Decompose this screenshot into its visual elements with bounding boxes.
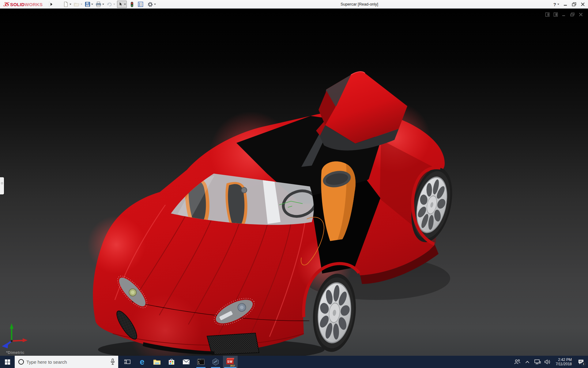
- center-grille[interactable]: [207, 333, 259, 355]
- ds-logo-mark: 3S: [3, 1, 9, 8]
- network-button[interactable]: [534, 356, 541, 368]
- gear-icon: [147, 2, 153, 7]
- undo-button[interactable]: [106, 1, 116, 8]
- triad-y-axis: [10, 323, 13, 329]
- solidworks-2017-icon: SW 2017: [226, 358, 234, 366]
- fender-highlight: [87, 216, 145, 274]
- restore-icon: [572, 2, 576, 6]
- file-explorer-button[interactable]: [149, 356, 164, 368]
- close-button[interactable]: [581, 2, 585, 6]
- ethernet-icon: [534, 359, 541, 365]
- sw-tile-face: SW: [226, 359, 234, 364]
- titlebar: 3S SOLIDWORKS: [0, 0, 588, 9]
- file-properties-button[interactable]: [137, 1, 144, 8]
- select-cursor-icon: [118, 2, 123, 7]
- options-button[interactable]: [147, 1, 156, 8]
- svg-text:C:\: C:\: [198, 359, 201, 361]
- new-dropdown-arrow[interactable]: [70, 4, 71, 5]
- window-title: Supercar [Read-only]: [341, 0, 378, 9]
- notification-badge: 3: [581, 362, 586, 366]
- composer-button[interactable]: [208, 356, 223, 368]
- view-orientation-label: *Dimetric: [6, 350, 24, 355]
- hexagon-app-icon: [212, 358, 219, 366]
- mail-icon: [183, 359, 190, 365]
- minimize-button[interactable]: [564, 2, 567, 6]
- undo-icon: [107, 2, 112, 7]
- undo-dropdown-arrow[interactable]: [113, 4, 115, 5]
- supercar-3d-model[interactable]: [0, 9, 588, 356]
- new-document-button[interactable]: [62, 1, 72, 8]
- graphics-viewport[interactable]: *Dimetric: [0, 9, 588, 356]
- print-button[interactable]: [95, 1, 105, 8]
- triad-x-axis: [23, 338, 28, 342]
- doc-restore-icon[interactable]: [570, 12, 575, 17]
- clock-date: 7/11/2018: [556, 362, 572, 366]
- menu-flyout-button[interactable]: [49, 1, 53, 7]
- chevron-up-icon: [525, 361, 530, 363]
- flyout-arrow-icon: [51, 3, 52, 6]
- command-prompt-icon: C:\: [197, 359, 205, 365]
- minimize-icon: [564, 2, 567, 6]
- windows-taskbar: e: [0, 356, 588, 368]
- save-icon: [85, 2, 90, 7]
- solidworks-taskbar-button[interactable]: SW 2017: [223, 356, 238, 368]
- help-dropdown-arrow[interactable]: [557, 4, 559, 5]
- sw-tile-year: 2017: [230, 365, 235, 367]
- options-dropdown-arrow[interactable]: [154, 4, 156, 5]
- windows-logo-icon: [5, 359, 10, 365]
- gullwing-door[interactable]: [318, 71, 407, 150]
- restore-button[interactable]: [572, 2, 576, 6]
- mail-button[interactable]: [179, 356, 194, 368]
- task-view-button[interactable]: [120, 356, 135, 368]
- tray-overflow-button[interactable]: [524, 356, 531, 368]
- new-document-icon: [63, 2, 69, 7]
- select-dropdown-arrow[interactable]: [124, 4, 126, 5]
- taskbar-clock[interactable]: 2:42 PM 7/11/2018: [554, 358, 574, 366]
- edge-icon: e: [140, 358, 144, 366]
- open-icon: [74, 2, 80, 7]
- traffic-light-icon: [130, 2, 134, 7]
- open-dropdown-arrow[interactable]: [81, 4, 82, 5]
- open-button[interactable]: [73, 1, 83, 8]
- cortana-icon[interactable]: [18, 359, 24, 365]
- store-icon: [168, 358, 175, 365]
- pane-toggle-left-icon[interactable]: [545, 12, 550, 17]
- search-input[interactable]: [26, 356, 107, 368]
- people-button[interactable]: [514, 356, 521, 368]
- print-dropdown-arrow[interactable]: [102, 4, 104, 5]
- file-properties-icon: [138, 2, 143, 7]
- roll-hoop-hole: [241, 187, 247, 193]
- triad-z-axis: [2, 343, 8, 348]
- file-explorer-icon: [153, 359, 161, 365]
- volume-button[interactable]: [544, 356, 551, 368]
- rebuild-button[interactable]: [130, 1, 134, 8]
- close-icon: [581, 2, 585, 6]
- save-dropdown-arrow[interactable]: [91, 4, 93, 5]
- help-button[interactable]: ?: [553, 2, 559, 7]
- solidworks-logo: 3S SOLIDWORKS: [4, 1, 43, 8]
- task-view-icon: [124, 359, 130, 365]
- save-button[interactable]: [84, 1, 94, 8]
- edge-taskbar-button[interactable]: e: [135, 356, 149, 368]
- pane-toggle-right-icon[interactable]: [553, 12, 558, 17]
- start-button[interactable]: [0, 356, 15, 368]
- speaker-icon: [544, 359, 551, 365]
- doc-minimize-icon[interactable]: [562, 12, 566, 17]
- document-window-controls: [545, 12, 583, 17]
- store-button[interactable]: [164, 356, 179, 368]
- select-tool-button[interactable]: [117, 1, 127, 8]
- taskbar-search[interactable]: [15, 356, 118, 368]
- microphone-icon[interactable]: [110, 358, 115, 365]
- clock-time: 2:42 PM: [556, 358, 572, 362]
- print-icon: [96, 2, 101, 7]
- doc-close-icon[interactable]: [579, 12, 583, 17]
- people-icon: [514, 359, 521, 365]
- command-prompt-button[interactable]: C:\: [194, 356, 208, 368]
- action-center-button[interactable]: 3: [576, 356, 586, 368]
- reference-triad: [2, 323, 28, 348]
- quick-toolbar: [62, 0, 158, 9]
